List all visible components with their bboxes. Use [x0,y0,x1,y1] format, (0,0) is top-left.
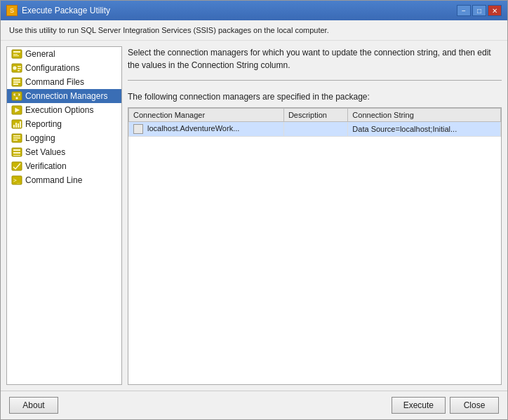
svg-rect-22 [15,123,17,128]
title-bar-buttons: − □ ✕ [457,5,502,16]
sidebar-label-configurations: Configurations [25,63,79,73]
sidebar-item-configurations[interactable]: Configurations [7,61,121,75]
restore-button[interactable]: □ [472,5,486,16]
svg-rect-6 [18,66,21,67]
col-header-description: Description [283,109,347,122]
configurations-icon [11,63,22,73]
sidebar-label-reporting: Reporting [25,119,62,129]
svg-rect-30 [13,149,20,151]
app-icon: S [6,5,18,16]
svg-rect-28 [13,140,18,141]
sidebar-label-command-files: Command Files [25,77,84,87]
svg-rect-2 [13,54,18,55]
main-panel: Select the connection managers for which… [128,46,502,385]
about-button[interactable]: About [9,397,58,414]
sidebar-item-reporting[interactable]: Reporting [7,117,121,131]
main-description: Select the connection managers for which… [128,46,502,72]
subtitle-text: Use this utility to run SQL Server Integ… [9,26,329,34]
svg-text:>_: >_ [13,177,20,184]
svg-rect-11 [13,81,20,83]
verification-icon [11,161,22,171]
svg-rect-7 [18,68,21,69]
cell-description[interactable] [283,122,347,137]
sidebar-item-set-values[interactable]: Set Values [7,145,121,159]
sidebar-item-command-files[interactable]: Command Files [7,75,121,89]
svg-rect-1 [13,51,20,53]
sidebar-item-verification[interactable]: Verification [7,159,121,173]
svg-rect-27 [13,137,20,139]
svg-rect-8 [18,70,20,72]
svg-point-5 [13,66,17,70]
subtitle-bar: Use this utility to run SQL Server Integ… [1,20,507,41]
svg-rect-26 [13,135,20,137]
cell-connection-manager: localhost.AdventureWork... [129,122,284,137]
command-files-icon [11,77,22,87]
execute-button[interactable]: Execute [392,397,446,414]
svg-rect-3 [13,55,19,56]
svg-rect-24 [20,121,21,128]
svg-rect-31 [13,152,20,154]
connection-managers-table-container: Connection Manager Description Connectio… [128,107,502,385]
sidebar-label-set-values: Set Values [25,147,65,157]
sidebar-label-verification: Verification [25,161,67,171]
close-window-button[interactable]: ✕ [488,5,502,16]
svg-rect-10 [13,79,20,81]
connection-managers-table: Connection Manager Description Connectio… [128,108,501,137]
content-area: General Configurations [1,41,507,391]
sidebar-item-connection-managers[interactable]: Connection Managers [7,89,121,103]
sidebar: General Configurations [6,46,122,385]
general-icon [11,49,22,59]
main-window: S Execute Package Utility − □ ✕ Use this… [0,0,508,420]
svg-point-17 [15,97,18,100]
sidebar-item-logging[interactable]: Logging [7,131,121,145]
execution-options-icon [11,105,22,115]
sub-description: The following connection managers are sp… [128,92,502,102]
footer-right-buttons: Execute Close [392,397,499,414]
sidebar-label-connection-managers: Connection Managers [25,91,107,101]
sidebar-item-general[interactable]: General [7,47,121,61]
connection-managers-icon [11,91,22,101]
command-line-icon: >_ [11,175,22,185]
table-row[interactable]: localhost.AdventureWork... Data Source=l… [129,122,501,137]
title-bar: S Execute Package Utility − □ ✕ [1,1,507,20]
logging-icon [11,133,22,143]
sidebar-label-command-line: Command Line [25,175,82,185]
cell-connection-manager-value: localhost.AdventureWork... [147,124,239,133]
svg-rect-12 [13,83,18,85]
svg-rect-33 [12,162,22,170]
sidebar-item-execution-options[interactable]: Execution Options [7,103,121,117]
col-header-connection-manager: Connection Manager [129,109,284,122]
svg-rect-21 [13,125,15,128]
set-values-icon [11,147,22,157]
separator [128,80,502,81]
close-button[interactable]: Close [450,397,499,414]
svg-rect-32 [13,155,20,156]
minimize-button[interactable]: − [457,5,471,16]
table-header-row: Connection Manager Description Connectio… [129,109,501,122]
window-title: Execute Package Utility [22,6,110,15]
sidebar-label-execution-options: Execution Options [25,105,93,115]
sidebar-label-logging: Logging [25,133,55,143]
col-header-connection-string: Connection String [348,109,501,122]
cell-connection-string[interactable]: Data Source=localhost;Initial... [348,122,501,137]
reporting-icon [11,119,22,129]
sidebar-label-general: General [25,49,55,59]
sidebar-item-command-line[interactable]: >_ Command Line [7,173,121,187]
row-icon [133,124,143,134]
footer: About Execute Close [1,391,507,419]
svg-rect-23 [18,123,19,128]
